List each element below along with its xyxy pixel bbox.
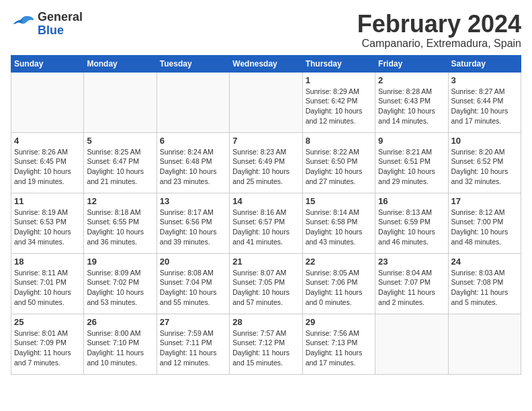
calendar-cell: [157, 72, 229, 132]
day-info: Sunrise: 8:23 AM Sunset: 6:49 PM Dayligh…: [232, 147, 299, 187]
calendar-week-row: 18Sunrise: 8:11 AM Sunset: 7:01 PM Dayli…: [11, 253, 521, 314]
day-info: Sunrise: 8:12 AM Sunset: 7:00 PM Dayligh…: [451, 208, 518, 247]
day-info: Sunrise: 8:28 AM Sunset: 6:43 PM Dayligh…: [378, 87, 445, 126]
day-number: 5: [87, 136, 153, 146]
day-number: 3: [451, 75, 518, 85]
calendar-cell: 10Sunrise: 8:20 AM Sunset: 6:52 PM Dayli…: [448, 132, 521, 193]
weekday-header: Thursday: [302, 55, 375, 72]
day-number: 9: [378, 136, 445, 146]
calendar-week-row: 11Sunrise: 8:19 AM Sunset: 6:53 PM Dayli…: [11, 193, 521, 253]
calendar-cell: 16Sunrise: 8:13 AM Sunset: 6:59 PM Dayli…: [375, 193, 448, 253]
day-info: Sunrise: 8:17 AM Sunset: 6:56 PM Dayligh…: [160, 208, 226, 247]
day-number: 21: [232, 257, 299, 267]
calendar-cell: 6Sunrise: 8:24 AM Sunset: 6:48 PM Daylig…: [157, 132, 229, 193]
weekday-header: Tuesday: [157, 55, 229, 72]
day-info: Sunrise: 8:01 AM Sunset: 7:09 PM Dayligh…: [14, 328, 81, 368]
day-info: Sunrise: 8:04 AM Sunset: 7:07 PM Dayligh…: [378, 268, 445, 308]
calendar-cell: 11Sunrise: 8:19 AM Sunset: 6:53 PM Dayli…: [11, 193, 84, 253]
calendar-cell: 7Sunrise: 8:23 AM Sunset: 6:49 PM Daylig…: [230, 132, 302, 193]
day-number: 13: [160, 196, 226, 206]
calendar-cell: 15Sunrise: 8:14 AM Sunset: 6:58 PM Dayli…: [302, 193, 375, 253]
day-number: 24: [451, 257, 518, 267]
calendar-cell: 13Sunrise: 8:17 AM Sunset: 6:56 PM Dayli…: [157, 193, 229, 253]
calendar-week-row: 25Sunrise: 8:01 AM Sunset: 7:09 PM Dayli…: [11, 314, 521, 374]
day-info: Sunrise: 8:24 AM Sunset: 6:48 PM Dayligh…: [160, 147, 226, 187]
calendar-table: SundayMondayTuesdayWednesdayThursdayFrid…: [11, 55, 521, 375]
logo-bird-icon: [11, 15, 35, 34]
calendar-cell: 19Sunrise: 8:09 AM Sunset: 7:02 PM Dayli…: [84, 253, 157, 314]
day-info: Sunrise: 8:00 AM Sunset: 7:10 PM Dayligh…: [87, 328, 153, 368]
weekday-header: Friday: [375, 55, 448, 72]
weekday-header: Monday: [84, 55, 157, 72]
day-number: 22: [306, 257, 372, 267]
day-number: 29: [306, 317, 372, 327]
day-info: Sunrise: 8:08 AM Sunset: 7:04 PM Dayligh…: [160, 268, 226, 308]
day-number: 25: [14, 317, 81, 327]
day-info: Sunrise: 8:07 AM Sunset: 7:05 PM Dayligh…: [232, 268, 299, 308]
calendar-cell: [84, 72, 157, 132]
logo: General Blue: [11, 11, 83, 38]
day-info: Sunrise: 7:59 AM Sunset: 7:11 PM Dayligh…: [160, 328, 226, 368]
title-section: February 2024 Campanario, Extremadura, S…: [357, 11, 521, 50]
day-info: Sunrise: 8:27 AM Sunset: 6:44 PM Dayligh…: [451, 87, 518, 126]
day-number: 1: [306, 75, 372, 85]
day-number: 6: [160, 136, 226, 146]
day-number: 10: [451, 136, 518, 146]
day-number: 7: [232, 136, 299, 146]
calendar-week-row: 4Sunrise: 8:26 AM Sunset: 6:45 PM Daylig…: [11, 132, 521, 193]
weekday-header: Sunday: [11, 55, 84, 72]
day-info: Sunrise: 8:20 AM Sunset: 6:52 PM Dayligh…: [451, 147, 518, 187]
month-title: February 2024: [357, 11, 521, 38]
calendar-cell: [448, 314, 521, 374]
calendar-cell: 20Sunrise: 8:08 AM Sunset: 7:04 PM Dayli…: [157, 253, 229, 314]
calendar-cell: 4Sunrise: 8:26 AM Sunset: 6:45 PM Daylig…: [11, 132, 84, 193]
day-info: Sunrise: 8:13 AM Sunset: 6:59 PM Dayligh…: [378, 208, 445, 247]
calendar-cell: 25Sunrise: 8:01 AM Sunset: 7:09 PM Dayli…: [11, 314, 84, 374]
day-number: 11: [14, 196, 81, 206]
day-number: 14: [232, 196, 299, 206]
day-info: Sunrise: 7:56 AM Sunset: 7:13 PM Dayligh…: [306, 328, 372, 368]
weekday-header: Saturday: [448, 55, 521, 72]
calendar-cell: [11, 72, 84, 132]
day-number: 27: [160, 317, 226, 327]
logo-blue: Blue: [38, 24, 83, 38]
logo-text: General Blue: [38, 11, 83, 38]
calendar-cell: 17Sunrise: 8:12 AM Sunset: 7:00 PM Dayli…: [448, 193, 521, 253]
calendar-cell: 18Sunrise: 8:11 AM Sunset: 7:01 PM Dayli…: [11, 253, 84, 314]
day-number: 19: [87, 257, 153, 267]
day-info: Sunrise: 8:09 AM Sunset: 7:02 PM Dayligh…: [87, 268, 153, 308]
day-number: 17: [451, 196, 518, 206]
calendar-cell: 28Sunrise: 7:57 AM Sunset: 7:12 PM Dayli…: [230, 314, 302, 374]
calendar-cell: [375, 314, 448, 374]
day-info: Sunrise: 8:29 AM Sunset: 6:42 PM Dayligh…: [306, 87, 372, 126]
day-info: Sunrise: 8:18 AM Sunset: 6:55 PM Dayligh…: [87, 208, 153, 247]
calendar-cell: 23Sunrise: 8:04 AM Sunset: 7:07 PM Dayli…: [375, 253, 448, 314]
calendar-cell: 21Sunrise: 8:07 AM Sunset: 7:05 PM Dayli…: [230, 253, 302, 314]
day-info: Sunrise: 8:22 AM Sunset: 6:50 PM Dayligh…: [306, 147, 372, 187]
logo-general: General: [38, 11, 83, 24]
calendar-cell: [230, 72, 302, 132]
day-number: 18: [14, 257, 81, 267]
day-info: Sunrise: 8:25 AM Sunset: 6:47 PM Dayligh…: [87, 147, 153, 187]
header: General Blue February 2024 Campanario, E…: [11, 11, 521, 50]
day-info: Sunrise: 8:26 AM Sunset: 6:45 PM Dayligh…: [14, 147, 81, 187]
calendar-week-row: 1Sunrise: 8:29 AM Sunset: 6:42 PM Daylig…: [11, 72, 521, 132]
calendar-cell: 24Sunrise: 8:03 AM Sunset: 7:08 PM Dayli…: [448, 253, 521, 314]
calendar-cell: 27Sunrise: 7:59 AM Sunset: 7:11 PM Dayli…: [157, 314, 229, 374]
calendar-cell: 2Sunrise: 8:28 AM Sunset: 6:43 PM Daylig…: [375, 72, 448, 132]
location-subtitle: Campanario, Extremadura, Spain: [357, 38, 521, 50]
calendar-cell: 5Sunrise: 8:25 AM Sunset: 6:47 PM Daylig…: [84, 132, 157, 193]
day-number: 12: [87, 196, 153, 206]
day-info: Sunrise: 8:19 AM Sunset: 6:53 PM Dayligh…: [14, 208, 81, 247]
day-info: Sunrise: 8:11 AM Sunset: 7:01 PM Dayligh…: [14, 268, 81, 308]
calendar-cell: 22Sunrise: 8:05 AM Sunset: 7:06 PM Dayli…: [302, 253, 375, 314]
calendar-cell: 12Sunrise: 8:18 AM Sunset: 6:55 PM Dayli…: [84, 193, 157, 253]
day-number: 26: [87, 317, 153, 327]
day-number: 16: [378, 196, 445, 206]
day-number: 4: [14, 136, 81, 146]
day-info: Sunrise: 8:03 AM Sunset: 7:08 PM Dayligh…: [451, 268, 518, 308]
day-info: Sunrise: 8:21 AM Sunset: 6:51 PM Dayligh…: [378, 147, 445, 187]
calendar-cell: 3Sunrise: 8:27 AM Sunset: 6:44 PM Daylig…: [448, 72, 521, 132]
day-number: 23: [378, 257, 445, 267]
day-number: 2: [378, 75, 445, 85]
